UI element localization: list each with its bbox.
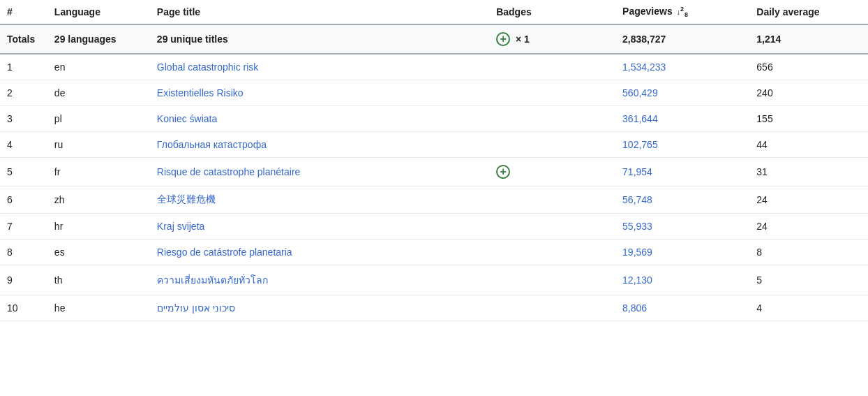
table-row: 2deExistentielles Risiko560,429240	[0, 80, 868, 106]
col-header-language: Language	[47, 0, 150, 24]
sort-icon: ↓28	[677, 8, 689, 16]
pageviews-link[interactable]: 361,644	[622, 113, 658, 124]
row-num: 1	[0, 54, 47, 80]
page-title-link[interactable]: Kraj svijeta	[157, 221, 204, 232]
row-pageviews[interactable]: 560,429	[615, 80, 749, 106]
table-row: 5frRisque de catastrophe planétaire+71,9…	[0, 158, 868, 186]
totals-title: 29 unique titles	[150, 24, 489, 54]
row-title[interactable]: Riesgo de catástrofe planetaria	[150, 240, 489, 265]
row-pageviews[interactable]: 12,130	[615, 265, 749, 295]
pageviews-link[interactable]: 71,954	[622, 166, 652, 177]
col-header-title: Page title	[150, 0, 489, 24]
row-badge	[489, 295, 615, 321]
page-title-link[interactable]: סיכוני אסון עולמיים	[157, 302, 235, 314]
row-title[interactable]: סיכוני אסון עולמיים	[150, 295, 489, 321]
col-header-num: #	[0, 0, 47, 24]
row-num: 4	[0, 132, 47, 158]
row-title[interactable]: Koniec świata	[150, 106, 489, 132]
row-lang: he	[47, 295, 150, 321]
row-pageviews[interactable]: 56,748	[615, 186, 749, 214]
pageviews-link[interactable]: 560,429	[622, 87, 658, 98]
col-header-pageviews[interactable]: Pageviews ↓28	[615, 0, 749, 24]
row-badge	[489, 265, 615, 295]
row-title[interactable]: 全球災難危機	[150, 186, 489, 214]
row-pageviews[interactable]: 19,569	[615, 240, 749, 265]
table-row: 4ruГлобальная катастрофа102,76544	[0, 132, 868, 158]
row-badge	[489, 214, 615, 240]
row-pageviews[interactable]: 1,534,233	[615, 54, 749, 80]
row-num: 6	[0, 186, 47, 214]
row-pageviews[interactable]: 102,765	[615, 132, 749, 158]
row-lang: de	[47, 80, 150, 106]
page-title-link[interactable]: Existentielles Risiko	[157, 87, 244, 98]
totals-pageviews: 2,838,727	[615, 24, 749, 54]
pageviews-link[interactable]: 8,806	[622, 302, 647, 314]
table-row: 8esRiesgo de catástrofe planetaria19,569…	[0, 240, 868, 265]
row-title[interactable]: Global catastrophic risk	[150, 54, 489, 80]
row-title[interactable]: ความเสี่ยงมหันตภัยทั่วโลก	[150, 265, 489, 295]
page-title-link[interactable]: Risque de catastrophe planétaire	[157, 166, 300, 177]
pageviews-link[interactable]: 19,569	[622, 247, 652, 258]
row-lang: pl	[47, 106, 150, 132]
row-lang: th	[47, 265, 150, 295]
row-num: 5	[0, 158, 47, 186]
row-daily: 24	[749, 214, 868, 240]
page-title-link[interactable]: ความเสี่ยงมหันตภัยทั่วโลก	[157, 274, 268, 286]
row-title[interactable]: Глобальная катастрофа	[150, 132, 489, 158]
pageviews-link[interactable]: 1,534,233	[622, 61, 666, 73]
page-title-link[interactable]: Global catastrophic risk	[157, 61, 259, 73]
row-badge	[489, 80, 615, 106]
row-lang: ru	[47, 132, 150, 158]
row-num: 2	[0, 80, 47, 106]
table-row: 3plKoniec świata361,644155	[0, 106, 868, 132]
row-title[interactable]: Existentielles Risiko	[150, 80, 489, 106]
table-row: 10heסיכוני אסון עולמיים8,8064	[0, 295, 868, 321]
totals-daily: 1,214	[749, 24, 868, 54]
row-badge	[489, 106, 615, 132]
table-row: 9thความเสี่ยงมหันตภัยทั่วโลก12,1305	[0, 265, 868, 295]
row-badge: +	[489, 158, 615, 186]
row-num: 8	[0, 240, 47, 265]
row-daily: 5	[749, 265, 868, 295]
row-lang: hr	[47, 214, 150, 240]
row-title[interactable]: Kraj svijeta	[150, 214, 489, 240]
row-num: 7	[0, 214, 47, 240]
pageviews-link[interactable]: 55,933	[622, 221, 652, 232]
row-badge	[489, 54, 615, 80]
totals-badge-count: × 1	[516, 34, 530, 45]
row-daily: 31	[749, 158, 868, 186]
row-badge	[489, 240, 615, 265]
row-daily: 155	[749, 106, 868, 132]
page-title-link[interactable]: Глобальная катастрофа	[157, 139, 267, 150]
pageviews-link[interactable]: 56,748	[622, 194, 652, 205]
row-pageviews[interactable]: 71,954	[615, 158, 749, 186]
page-title-link[interactable]: Koniec świata	[157, 113, 217, 124]
row-lang: fr	[47, 158, 150, 186]
row-daily: 44	[749, 132, 868, 158]
row-title[interactable]: Risque de catastrophe planétaire	[150, 158, 489, 186]
row-pageviews[interactable]: 55,933	[615, 214, 749, 240]
row-num: 9	[0, 265, 47, 295]
row-lang: zh	[47, 186, 150, 214]
row-daily: 656	[749, 54, 868, 80]
row-daily: 240	[749, 80, 868, 106]
row-num: 3	[0, 106, 47, 132]
page-title-link[interactable]: 全球災難危機	[157, 193, 216, 205]
page-title-link[interactable]: Riesgo de catástrofe planetaria	[157, 247, 292, 258]
pageviews-link[interactable]: 102,765	[622, 139, 658, 150]
row-pageviews[interactable]: 8,806	[615, 295, 749, 321]
row-lang: en	[47, 54, 150, 80]
table-row: 7hrKraj svijeta55,93324	[0, 214, 868, 240]
col-header-daily: Daily average	[749, 0, 868, 24]
row-daily: 24	[749, 186, 868, 214]
totals-num: Totals	[0, 24, 47, 54]
table-row: 1enGlobal catastrophic risk1,534,233656	[0, 54, 868, 80]
pageviews-link[interactable]: 12,130	[622, 274, 652, 286]
totals-row: Totals 29 languages 29 unique titles + ×…	[0, 24, 868, 54]
table-row: 6zh全球災難危機56,74824	[0, 186, 868, 214]
badge-circle-icon: +	[496, 165, 510, 179]
totals-badges: + × 1	[489, 24, 615, 54]
row-badge	[489, 186, 615, 214]
totals-lang: 29 languages	[47, 24, 150, 54]
row-pageviews[interactable]: 361,644	[615, 106, 749, 132]
